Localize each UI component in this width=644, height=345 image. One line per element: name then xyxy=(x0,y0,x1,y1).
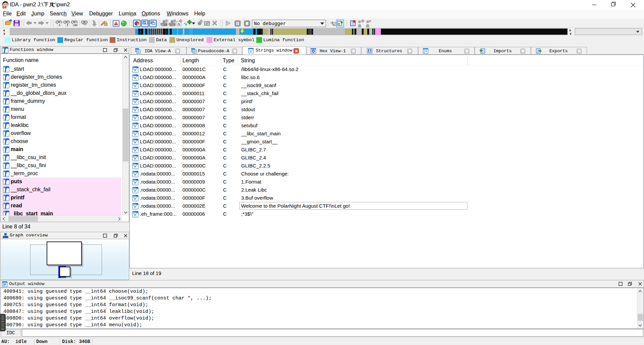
svg-text:64: 64 xyxy=(2,5,7,9)
svg-text:No debugger: No debugger xyxy=(254,21,286,26)
svg-text:#: # xyxy=(59,23,60,26)
svg-text:CODE: CODE xyxy=(162,24,167,26)
svg-text:C: C xyxy=(333,23,335,26)
svg-text:DATA: DATA xyxy=(170,24,175,26)
svg-text:c: c xyxy=(338,22,340,26)
svg-text:T: T xyxy=(66,23,68,26)
svg-text:‘s: ‘s xyxy=(184,21,187,26)
svg-text:101: 101 xyxy=(73,24,78,26)
